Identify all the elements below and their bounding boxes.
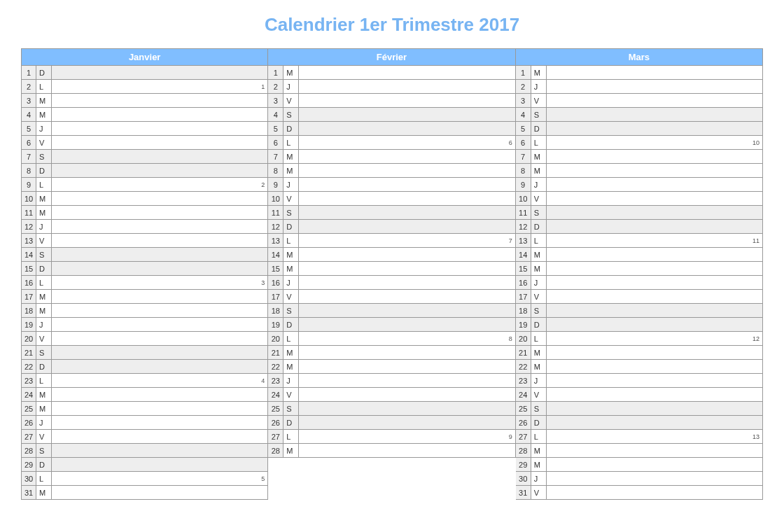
day-body xyxy=(547,150,763,164)
day-body xyxy=(52,192,268,206)
day-of-week: S xyxy=(284,206,299,220)
day-of-week: L xyxy=(284,332,299,346)
day-of-week: M xyxy=(284,444,299,458)
day-row: 26D xyxy=(516,416,763,430)
day-number: 5 xyxy=(21,122,36,136)
week-number: 10 xyxy=(752,136,760,150)
day-body: 6 xyxy=(299,136,515,150)
day-number: 14 xyxy=(21,248,36,262)
day-body xyxy=(52,458,268,472)
month-header: Mars xyxy=(516,49,763,66)
day-body xyxy=(299,122,515,136)
day-number: 17 xyxy=(516,290,531,304)
day-of-week: S xyxy=(531,304,547,318)
day-body xyxy=(547,192,763,206)
day-of-week: V xyxy=(531,486,547,500)
day-number: 21 xyxy=(268,346,284,360)
month-header: Janvier xyxy=(21,49,268,66)
day-of-week: D xyxy=(531,220,547,234)
day-of-week: M xyxy=(36,192,52,206)
day-number: 10 xyxy=(268,192,284,206)
day-number: 24 xyxy=(21,388,36,402)
month-column: Janvier1D2L13M4M5J6V7S8D9L210M11M12J13V1… xyxy=(21,48,268,500)
day-body xyxy=(547,486,763,500)
day-number: 4 xyxy=(516,108,531,122)
day-body xyxy=(52,262,268,276)
day-of-week: L xyxy=(36,80,52,94)
day-of-week: S xyxy=(36,248,52,262)
day-of-week: D xyxy=(36,360,52,374)
day-number: 26 xyxy=(516,416,531,430)
day-row: 4S xyxy=(268,108,515,122)
day-number: 3 xyxy=(516,94,531,108)
day-number: 19 xyxy=(516,318,531,332)
day-body xyxy=(547,206,763,220)
day-row: 27L9 xyxy=(268,430,515,444)
day-row: 25S xyxy=(516,402,763,416)
day-of-week: M xyxy=(531,360,547,374)
day-row: 21M xyxy=(268,346,515,360)
day-number: 9 xyxy=(516,178,531,192)
day-number: 9 xyxy=(268,178,284,192)
day-body xyxy=(52,108,268,122)
day-of-week: M xyxy=(36,388,52,402)
day-of-week: S xyxy=(36,150,52,164)
day-body xyxy=(52,66,268,80)
day-row: 8M xyxy=(268,164,515,178)
day-number: 28 xyxy=(21,444,36,458)
day-of-week: J xyxy=(531,276,547,290)
day-number: 20 xyxy=(516,332,531,346)
day-row: 11M xyxy=(21,206,268,220)
day-number: 22 xyxy=(21,360,36,374)
day-number: 3 xyxy=(21,94,36,108)
day-body xyxy=(299,304,515,318)
day-row: 25S xyxy=(268,402,515,416)
day-body xyxy=(547,122,763,136)
day-row: 18S xyxy=(268,304,515,318)
day-of-week: V xyxy=(531,290,547,304)
day-of-week: L xyxy=(36,178,52,192)
day-row: 14S xyxy=(21,248,268,262)
day-of-week: M xyxy=(36,206,52,220)
day-row: 15M xyxy=(268,262,515,276)
day-body xyxy=(547,164,763,178)
day-number: 11 xyxy=(268,206,284,220)
day-row: 20L12 xyxy=(516,332,763,346)
day-body xyxy=(299,206,515,220)
week-number: 4 xyxy=(261,374,265,388)
day-row: 16J xyxy=(268,276,515,290)
day-body: 9 xyxy=(299,430,515,444)
day-body xyxy=(52,234,268,248)
day-number: 26 xyxy=(21,416,36,430)
day-body xyxy=(299,66,515,80)
day-of-week: M xyxy=(36,402,52,416)
day-row: 21S xyxy=(21,346,268,360)
day-of-week: S xyxy=(531,108,547,122)
calendar-container: Calendrier 1er Trimestre 2017 Janvier1D2… xyxy=(0,0,784,521)
day-number: 12 xyxy=(516,220,531,234)
week-number: 12 xyxy=(752,332,760,346)
day-of-week: D xyxy=(284,318,299,332)
day-number: 15 xyxy=(268,262,284,276)
day-of-week: M xyxy=(36,108,52,122)
week-number: 13 xyxy=(752,430,760,444)
day-row: 3M xyxy=(21,94,268,108)
day-number: 14 xyxy=(516,248,531,262)
day-of-week: M xyxy=(284,262,299,276)
day-row: 6V xyxy=(21,136,268,150)
day-of-week: J xyxy=(284,276,299,290)
day-body: 11 xyxy=(547,234,763,248)
day-of-week: D xyxy=(36,458,52,472)
day-number: 20 xyxy=(268,332,284,346)
month-column: Février1M2J3V4S5D6L67M8M9J10V11S12D13L71… xyxy=(268,48,515,458)
day-number: 3 xyxy=(268,94,284,108)
day-body xyxy=(299,108,515,122)
day-body xyxy=(52,430,268,444)
day-number: 1 xyxy=(21,66,36,80)
day-row: 28S xyxy=(21,444,268,458)
day-number: 8 xyxy=(268,164,284,178)
day-row: 12J xyxy=(21,220,268,234)
day-row: 19J xyxy=(21,318,268,332)
day-row: 17V xyxy=(268,290,515,304)
day-row: 12D xyxy=(268,220,515,234)
